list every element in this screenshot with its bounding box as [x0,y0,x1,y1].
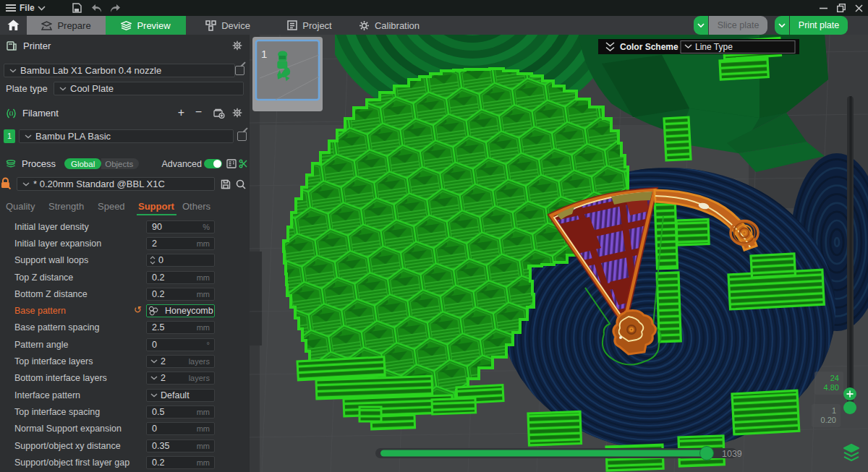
svg-text:Color Scheme: Color Scheme [620,42,678,52]
svg-text:4.80: 4.80 [824,383,839,392]
svg-text:Line Type: Line Type [695,42,733,52]
svg-text:1039: 1039 [722,449,742,459]
svg-text:1: 1 [832,406,836,415]
svg-text:0.20: 0.20 [821,416,836,424]
svg-text:24: 24 [830,374,839,382]
svg-text:1: 1 [261,48,267,60]
